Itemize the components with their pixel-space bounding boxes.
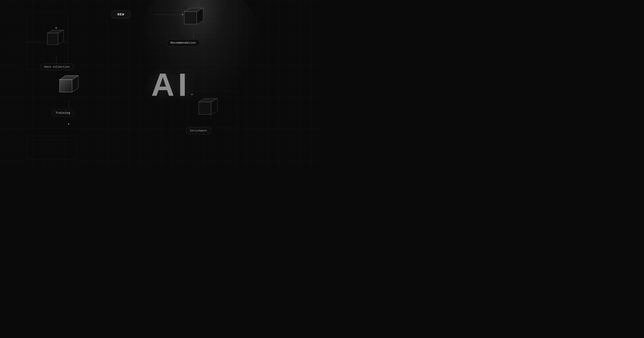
svg-marker-4 bbox=[48, 33, 58, 45]
rect-bottom-left bbox=[27, 136, 77, 159]
svg-marker-0 bbox=[184, 12, 197, 24]
main-canvas bbox=[0, 0, 322, 169]
cube-training bbox=[60, 76, 78, 92]
dot-enrichment bbox=[192, 94, 192, 95]
data-collection-badge: Data collection bbox=[40, 64, 74, 70]
dot-new-right bbox=[182, 14, 183, 15]
cube-enrichment bbox=[198, 98, 217, 114]
cube-top-right bbox=[184, 8, 203, 24]
svg-marker-12 bbox=[198, 102, 211, 114]
svg-marker-7 bbox=[60, 80, 72, 92]
enrichment-badge: Enrichment bbox=[186, 127, 211, 134]
new-badge: NEW bbox=[111, 10, 131, 18]
dot-data-collection-top bbox=[56, 27, 57, 28]
training-badge: Training bbox=[52, 110, 74, 116]
dot-training-bottom bbox=[68, 124, 69, 124]
recommendation-badge: Recommendation bbox=[166, 39, 200, 46]
cube-data-collection bbox=[48, 30, 64, 45]
